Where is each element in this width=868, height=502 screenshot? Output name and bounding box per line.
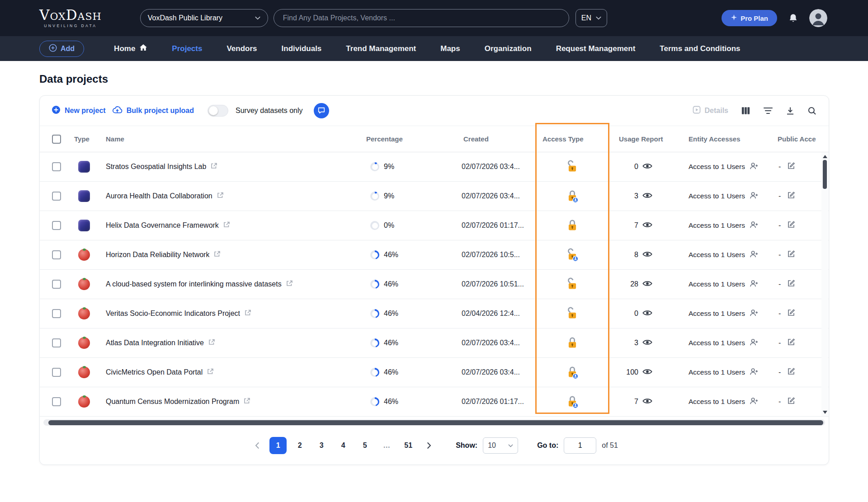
edit-icon[interactable] (787, 309, 795, 319)
access-type-icon[interactable] (566, 336, 579, 350)
edit-icon[interactable] (787, 221, 795, 230)
goto-page-input[interactable] (564, 437, 596, 454)
view-usage-eye-icon[interactable] (642, 251, 652, 259)
page-button-51[interactable]: 51 (400, 437, 417, 454)
access-type-icon[interactable] (566, 219, 579, 232)
view-usage-eye-icon[interactable] (642, 339, 652, 347)
nav-item-terms-and-conditions[interactable]: Terms and Conditions (660, 44, 740, 53)
survey-comment-button[interactable] (314, 103, 329, 118)
scroll-up-arrow[interactable] (823, 155, 827, 158)
columns-icon[interactable] (741, 106, 750, 115)
access-type-icon[interactable] (566, 189, 579, 203)
add-user-icon[interactable] (750, 221, 758, 230)
prev-page-button[interactable] (250, 437, 264, 454)
usage-count: 0 (623, 310, 638, 318)
access-type-icon[interactable] (566, 277, 579, 291)
view-usage-eye-icon[interactable] (642, 280, 652, 289)
access-type-icon[interactable] (566, 395, 579, 408)
row-checkbox[interactable] (52, 397, 61, 406)
add-button[interactable]: Add (39, 41, 84, 57)
survey-datasets-toggle[interactable] (208, 105, 228, 117)
add-user-icon[interactable] (750, 309, 758, 319)
new-project-button[interactable]: New project (52, 105, 106, 116)
access-type-icon[interactable] (566, 248, 579, 262)
row-checkbox[interactable] (52, 162, 61, 171)
add-user-icon[interactable] (750, 368, 758, 377)
row-checkbox[interactable] (52, 368, 61, 377)
edit-icon[interactable] (787, 162, 795, 172)
external-link-icon[interactable] (217, 192, 224, 201)
add-user-icon[interactable] (750, 162, 758, 172)
view-usage-eye-icon[interactable] (642, 192, 652, 201)
row-checkbox[interactable] (52, 280, 61, 289)
external-link-icon[interactable] (286, 280, 293, 289)
edit-icon[interactable] (787, 191, 795, 201)
add-user-icon[interactable] (750, 192, 758, 201)
nav-item-vendors[interactable]: Vendors (226, 44, 257, 53)
vertical-scroll-thumb[interactable] (823, 160, 827, 189)
nav-item-request-management[interactable]: Request Management (556, 44, 636, 53)
vertical-scrollbar[interactable] (821, 153, 828, 416)
edit-icon[interactable] (787, 367, 795, 377)
external-link-icon[interactable] (210, 162, 217, 171)
horizontal-scroll-thumb[interactable] (48, 420, 823, 425)
page-size-select[interactable]: 10 (483, 437, 518, 454)
created-date: 02/07/2026 03:4... (462, 192, 520, 200)
nav-item-home[interactable]: Home (114, 44, 147, 53)
select-all-checkbox[interactable] (52, 135, 61, 144)
scroll-down-arrow[interactable] (823, 411, 827, 414)
page-button-2[interactable]: 2 (291, 437, 308, 454)
nav-item-projects[interactable]: Projects (172, 44, 202, 53)
external-link-icon[interactable] (244, 309, 251, 318)
external-link-icon[interactable] (223, 221, 230, 230)
edit-icon[interactable] (787, 279, 795, 289)
page-button-5[interactable]: 5 (356, 437, 373, 454)
horizontal-scrollbar[interactable] (43, 419, 825, 426)
edit-icon[interactable] (787, 338, 795, 348)
view-usage-eye-icon[interactable] (642, 368, 652, 377)
filter-icon[interactable] (763, 107, 773, 115)
bulk-upload-button[interactable]: Bulk project upload (112, 106, 194, 116)
row-checkbox[interactable] (52, 192, 61, 201)
external-link-icon[interactable] (208, 338, 215, 347)
nav-item-trend-management[interactable]: Trend Management (346, 44, 416, 53)
access-type-icon[interactable] (566, 366, 579, 379)
nav-item-individuals[interactable]: Individuals (282, 44, 322, 53)
add-user-icon[interactable] (750, 280, 758, 289)
library-select-value: VoxDash Public Library (148, 14, 222, 22)
details-button[interactable]: Details (692, 105, 728, 116)
row-checkbox[interactable] (52, 221, 61, 230)
row-checkbox[interactable] (52, 309, 61, 318)
download-icon[interactable] (786, 106, 795, 115)
edit-icon[interactable] (787, 250, 795, 260)
external-link-icon[interactable] (213, 250, 221, 259)
library-select[interactable]: VoxDash Public Library (140, 9, 268, 27)
nav-item-maps[interactable]: Maps (440, 44, 460, 53)
access-type-icon[interactable] (566, 307, 579, 320)
user-avatar[interactable] (809, 9, 827, 27)
add-user-icon[interactable] (750, 397, 758, 407)
notifications-bell-icon[interactable] (788, 13, 798, 23)
add-user-icon[interactable] (750, 250, 758, 260)
pro-plan-button[interactable]: Pro Plan (722, 10, 777, 26)
page-button-3[interactable]: 3 (313, 437, 330, 454)
view-usage-eye-icon[interactable] (642, 398, 652, 406)
view-usage-eye-icon[interactable] (642, 221, 652, 230)
access-type-icon[interactable] (566, 160, 579, 174)
language-select[interactable]: EN (576, 9, 607, 27)
edit-icon[interactable] (787, 397, 795, 407)
page-button-1[interactable]: 1 (269, 437, 287, 454)
global-search-input[interactable] (274, 9, 569, 27)
progress-percent: 46% (384, 280, 398, 288)
row-checkbox[interactable] (52, 338, 61, 347)
page-button-4[interactable]: 4 (335, 437, 352, 454)
next-page-button[interactable] (422, 437, 436, 454)
external-link-icon[interactable] (243, 397, 250, 406)
view-usage-eye-icon[interactable] (642, 310, 652, 318)
view-usage-eye-icon[interactable] (642, 163, 652, 171)
add-user-icon[interactable] (750, 338, 758, 348)
search-icon[interactable] (807, 106, 817, 116)
nav-item-organization[interactable]: Organization (485, 44, 532, 53)
external-link-icon[interactable] (207, 368, 214, 377)
row-checkbox[interactable] (52, 250, 61, 259)
